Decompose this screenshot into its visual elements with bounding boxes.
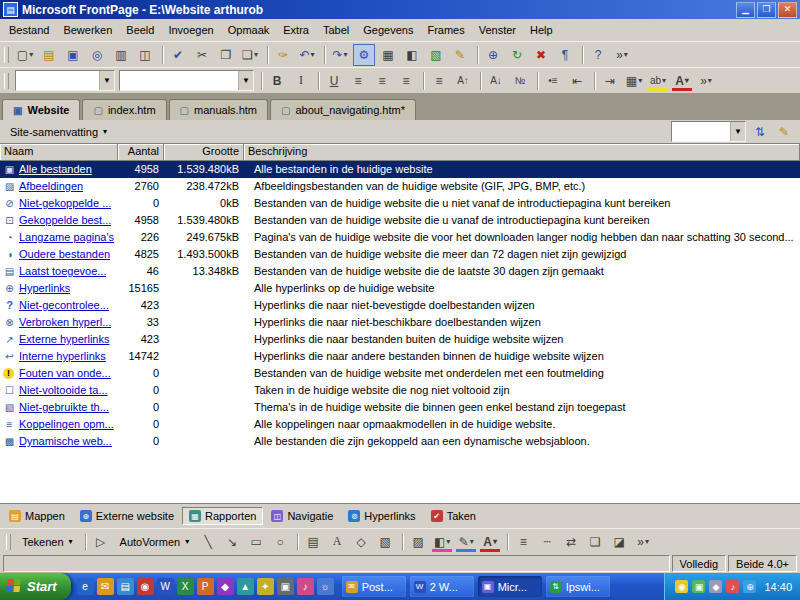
- undo-button[interactable]: ↶: [296, 44, 318, 66]
- table-row[interactable]: ▩ Dynamische web... 0 Alle bestanden die…: [0, 433, 800, 450]
- column-header-aantal[interactable]: Aantal: [118, 144, 164, 161]
- table-row[interactable]: ↩ Interne hyperlinks 14742 Hyperlinks di…: [0, 348, 800, 365]
- start-button[interactable]: Start: [0, 573, 71, 600]
- menu-bestand[interactable]: Bestand: [2, 21, 56, 39]
- report-link[interactable]: Afbeeldingen: [19, 178, 83, 195]
- task-button-frontpage[interactable]: ▣ Micr...: [478, 576, 542, 597]
- task-button-ipswitch[interactable]: ⇅ Ipswi...: [546, 576, 610, 597]
- paste-button[interactable]: ❏: [239, 44, 261, 66]
- tab-website[interactable]: ▣ Website: [2, 99, 80, 120]
- highlight-button[interactable]: ab: [647, 70, 669, 92]
- quicklaunch-icon-8[interactable]: ◆: [217, 578, 234, 595]
- rectangle-tool[interactable]: ▭: [245, 531, 267, 553]
- table-row[interactable]: ⊕ Hyperlinks 15165 Alle hyperlinks op de…: [0, 280, 800, 297]
- report-link[interactable]: Fouten van onde...: [19, 365, 111, 382]
- toolbar-grip[interactable]: [6, 534, 11, 550]
- view-tab-mappen[interactable]: ▤ Mappen: [2, 507, 72, 525]
- font-color-button[interactable]: A: [671, 70, 693, 92]
- quicklaunch-icon-9[interactable]: ▲: [237, 578, 254, 595]
- column-header-grootte[interactable]: Grootte: [164, 144, 244, 161]
- quicklaunch-icon-10[interactable]: ✦: [257, 578, 274, 595]
- report-link[interactable]: Hyperlinks: [19, 280, 70, 297]
- preview-button[interactable]: ◫: [134, 44, 156, 66]
- refresh-button[interactable]: ↻: [506, 44, 528, 66]
- arrow-style-tool[interactable]: ⇄: [560, 531, 582, 553]
- toolbar-grip[interactable]: [4, 73, 9, 89]
- taskbar-clock[interactable]: 14:40: [764, 581, 792, 593]
- decrease-indent-button[interactable]: ⇤: [566, 70, 588, 92]
- tray-icon-3[interactable]: ◆: [709, 580, 722, 593]
- table-row[interactable]: ☐ Niet-voltooide ta... 0 Taken in de hui…: [0, 382, 800, 399]
- table-row[interactable]: ? Niet-gecontrolee... 423 Hyperlinks die…: [0, 297, 800, 314]
- table-row[interactable]: ▨ Afbeeldingen 2760 238.472kB Afbeelding…: [0, 178, 800, 195]
- quicklaunch-icon-2[interactable]: ✉: [97, 578, 114, 595]
- oval-tool[interactable]: ○: [269, 531, 291, 553]
- view-tab-externe-website[interactable]: ⊕ Externe website: [73, 507, 181, 525]
- minimize-button[interactable]: ▁: [736, 2, 755, 18]
- select-objects-button[interactable]: ▷: [90, 531, 112, 553]
- table-row[interactable]: ↗ Externe hyperlinks 423 Hyperlinks die …: [0, 331, 800, 348]
- tekenen-menu-button[interactable]: Tekenen: [15, 534, 80, 550]
- open-button[interactable]: ▤: [38, 44, 60, 66]
- table-row[interactable]: ▧ Niet-gebruikte th... 0 Thema's in de h…: [0, 399, 800, 416]
- view-tab-navigatie[interactable]: ◫ Navigatie: [264, 507, 340, 525]
- font-size-increase-button[interactable]: A↑: [452, 70, 474, 92]
- dash-style-tool[interactable]: ┄: [536, 531, 558, 553]
- format-painter-button[interactable]: ✑: [272, 44, 294, 66]
- report-filter-combo[interactable]: ▼: [671, 121, 746, 142]
- print-button[interactable]: ▥: [110, 44, 132, 66]
- redo-button[interactable]: ↷: [329, 44, 351, 66]
- table-row[interactable]: ▣ Alle bestanden 4958 1.539.480kB Alle b…: [0, 161, 800, 178]
- report-link[interactable]: Alle bestanden: [19, 161, 92, 178]
- view-tab-hyperlinks[interactable]: ⊚ Hyperlinks: [341, 507, 422, 525]
- line-tool[interactable]: ╲: [197, 531, 219, 553]
- table-row[interactable]: ▤ Laatst toegevoe... 46 13.348kB Bestand…: [0, 263, 800, 280]
- report-link[interactable]: Niet-gecontrolee...: [19, 297, 109, 314]
- report-link[interactable]: Koppelingen opm...: [19, 416, 114, 433]
- fill-color-tool[interactable]: ◧: [431, 531, 453, 553]
- task-button-post[interactable]: ✉ Post...: [342, 576, 406, 597]
- picture-tool[interactable]: ▨: [407, 531, 429, 553]
- report-link[interactable]: Externe hyperlinks: [19, 331, 110, 348]
- font-size-decrease-button[interactable]: A↓: [485, 70, 507, 92]
- menu-opmaak[interactable]: Opmaak: [221, 21, 277, 39]
- report-link[interactable]: Verbroken hyperl...: [19, 314, 111, 331]
- drawing-button[interactable]: ✎: [449, 44, 471, 66]
- quicklaunch-icon-13[interactable]: ☼: [317, 578, 334, 595]
- new-page-button[interactable]: ▢: [14, 44, 36, 66]
- table-row[interactable]: ≡ Koppelingen opm... 0 Alle koppelingen …: [0, 416, 800, 433]
- report-link[interactable]: Gekoppelde best...: [19, 212, 111, 229]
- report-link[interactable]: Dynamische web...: [19, 433, 112, 450]
- quicklaunch-icon-12[interactable]: ♪: [297, 578, 314, 595]
- view-tab-rapporten[interactable]: ▦ Rapporten: [182, 507, 263, 525]
- report-type-selector[interactable]: Site-samenvatting: [4, 124, 113, 140]
- italic-button[interactable]: I: [290, 70, 312, 92]
- report-edit-button[interactable]: ✎: [773, 121, 795, 143]
- align-right-button[interactable]: ≡: [395, 70, 417, 92]
- maximize-button[interactable]: ❐: [757, 2, 776, 18]
- tray-icon-5[interactable]: ⊕: [743, 580, 756, 593]
- table-row[interactable]: ⊘ Niet-gekoppelde ... 0 0kB Bestanden va…: [0, 195, 800, 212]
- report-link[interactable]: Niet-voltooide ta...: [19, 382, 108, 399]
- align-center-button[interactable]: ≡: [371, 70, 393, 92]
- quicklaunch-icon-4[interactable]: ◉: [137, 578, 154, 595]
- chevron-down-icon[interactable]: ▼: [238, 71, 253, 90]
- menu-gegevens[interactable]: Gegevens: [356, 21, 420, 39]
- report-link[interactable]: Laatst toegevoe...: [19, 263, 106, 280]
- insert-table-button[interactable]: ▦: [377, 44, 399, 66]
- close-button[interactable]: ✕: [778, 2, 797, 18]
- increase-indent-button[interactable]: ⇥: [599, 70, 621, 92]
- menu-help[interactable]: Help: [523, 21, 560, 39]
- insert-hyperlink-button[interactable]: ⊕: [482, 44, 504, 66]
- quicklaunch-icon-3[interactable]: ▤: [117, 578, 134, 595]
- bullets-button[interactable]: •≡: [542, 70, 564, 92]
- clipart-tool[interactable]: ▧: [374, 531, 396, 553]
- menu-frames[interactable]: Frames: [420, 21, 471, 39]
- textbox-tool[interactable]: ▤: [302, 531, 324, 553]
- menu-tabel[interactable]: Tabel: [316, 21, 356, 39]
- numbering-button[interactable]: №: [509, 70, 531, 92]
- table-row[interactable]: ◑ Oudere bestanden 4825 1.493.500kB Best…: [0, 246, 800, 263]
- tab-about-navigating-htm[interactable]: ▢ about_navigating.htm*: [270, 99, 416, 120]
- quicklaunch-icon-5[interactable]: W: [157, 578, 174, 595]
- quicklaunch-icon-11[interactable]: ▣: [277, 578, 294, 595]
